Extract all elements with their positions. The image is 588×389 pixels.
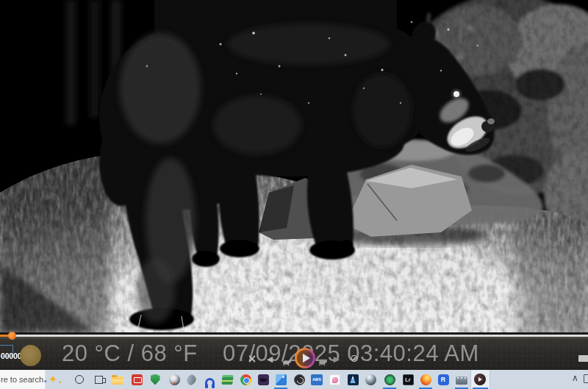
red-camera-app-icon[interactable] [129,372,144,387]
media-player-app-icon[interactable] [473,372,487,387]
headphones-app-icon[interactable] [202,372,217,387]
camera-c-app-icon[interactable] [292,372,306,387]
cortana-icon[interactable] [72,372,87,387]
prev-frame-icon[interactable]: ◀ [264,354,276,364]
search-box[interactable]: re to search [0,370,46,389]
task-view-icon[interactable] [91,372,106,387]
play-button[interactable] [295,348,315,368]
webcam-app-icon[interactable] [167,372,182,387]
chrome-icon[interactable] [238,372,253,387]
aws-app-icon[interactable]: AWS [309,372,324,387]
blue-flame-app-icon[interactable] [345,372,360,387]
player-control-bar: 000000 20 °C / 68 °F 07/09/2025 03:40:24… [0,332,588,370]
file-explorer-icon[interactable] [110,372,125,387]
next-frame-icon[interactable]: ▶ [331,354,343,364]
security-shield-icon[interactable] [148,372,162,387]
play-triangle-icon [303,354,310,363]
bear-night-photo [0,0,588,332]
firefox-icon[interactable] [418,372,433,387]
copilot-sparkle-icon[interactable]: ✦ [46,372,60,387]
slow-speed-icon[interactable] [281,355,292,369]
video-area[interactable] [0,0,588,332]
screen: 000000 20 °C / 68 °F 07/09/2025 03:40:24… [0,0,588,389]
tray-chevron-icon[interactable]: ∧ [572,373,578,383]
filmstrip-app-icon[interactable] [454,372,469,387]
gray-swoosh-app-icon[interactable] [184,372,198,387]
purple-bat-app-icon[interactable] [256,372,270,387]
lightroom-icon[interactable]: Lr [401,372,415,387]
green-dot-app-icon[interactable] [382,372,397,387]
fullscreen-icon[interactable] [578,355,588,362]
no-loop-icon[interactable]: ⊘ [348,352,361,364]
green-books-app-icon[interactable] [220,372,234,387]
photos-app-icon[interactable] [273,372,288,387]
taskbar: re to search ✦ AWS Lr R [0,370,588,389]
globe-app-icon[interactable] [363,372,378,387]
swap-icon[interactable]: × [246,352,258,365]
search-text: re to search [1,375,43,384]
blue-r-app-icon[interactable]: R [436,372,451,387]
playback-controls: × ◀ ▶ ⊘ [0,332,588,370]
pink-app-icon[interactable] [327,372,342,387]
tray-partial-icon[interactable] [584,374,588,383]
fast-speed-icon[interactable] [317,355,328,369]
